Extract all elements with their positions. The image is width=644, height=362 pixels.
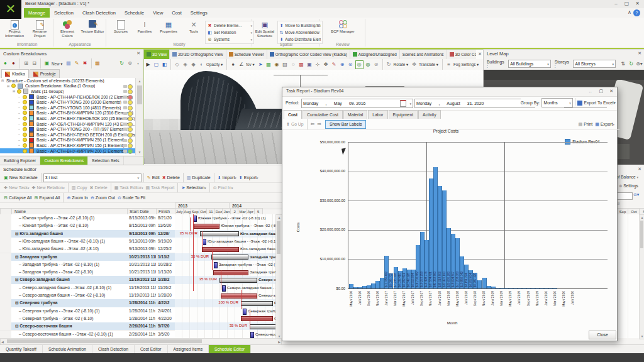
close-view-icon[interactable]: ✕ (478, 52, 482, 57)
element-colors-button[interactable]: Element Colors (55, 20, 80, 41)
cost-bar[interactable] (433, 167, 438, 288)
breakdown-tab-prostoje[interactable]: Prostoje (30, 69, 60, 78)
project-information-button[interactable]: i Project Information (2, 20, 27, 41)
dialog-maximize-icon[interactable]: ▢ (599, 89, 603, 94)
close-dialog-button[interactable]: Close (589, 331, 616, 339)
move-to-building-storey-button[interactable]: ⬆Move to Building/Storey (279, 22, 321, 29)
delete-breakdown-button[interactable]: ✖ (82, 60, 89, 67)
background-button[interactable]: ▦ (265, 61, 272, 69)
pivot-button[interactable]: ⊹ (314, 61, 321, 69)
delete-task-button[interactable]: ✖Delete (90, 185, 108, 190)
view-tab-assigned-unassigned[interactable]: Assigned/Unassigned (350, 50, 400, 59)
tree-item[interactable]: –Basic - АР-СТН-YTONG 100 (4811 Elements… (0, 105, 136, 111)
tree-item[interactable]: –Basic - АР-СТН-ВНУ-КИРПИЧ 200 (2 Elemen… (0, 148, 136, 154)
tree-item[interactable]: ⊟Walls (11 Groups) (0, 89, 136, 94)
task-finish-cell[interactable]: 11/26/2 (156, 284, 175, 292)
families-button[interactable]: I Families (132, 20, 157, 41)
task-finish-cell[interactable]: 3/5/20 (156, 331, 175, 339)
expand-tree-button[interactable]: ⊞ (23, 60, 30, 67)
new-relation-button[interactable]: ✚New Relation ▾ (32, 185, 65, 190)
task-name-cell[interactable]: – Юго-западная башня - -Этаж -02 (-8.10) (11, 245, 133, 253)
task-finish-cell[interactable]: 1/28/20 (156, 292, 175, 300)
new-schedule-button[interactable]: ▣New Schedule (4, 175, 38, 180)
task-finish-cell[interactable]: 12/25/2 (156, 245, 175, 253)
cost-bar[interactable] (375, 281, 380, 288)
task-start-cell[interactable]: 8/15/2013 09h (127, 222, 157, 230)
task-finish-cell[interactable]: 1/13/2 (156, 253, 175, 261)
task-start-cell[interactable]: 11/19/2013 11h (127, 276, 157, 284)
export-report-button[interactable]: ▦Export ▾ (595, 122, 614, 127)
ribbon-tab-manage[interactable]: Manage (24, 8, 50, 18)
refresh-icon[interactable]: ↻ (118, 60, 125, 67)
task-start-cell[interactable]: 9/13/2013 09h (127, 245, 157, 253)
expand-collapse-icon[interactable]: ⊟ (1, 79, 5, 82)
find-icon[interactable]: ⊙▾ (633, 192, 639, 197)
minimize-button[interactable]: – (611, 0, 621, 8)
cost-bar[interactable] (548, 288, 553, 288)
task-report-button[interactable]: ▤Task Report (145, 185, 174, 190)
forward-icon[interactable]: ➡ (317, 121, 321, 127)
group-by-select[interactable]: Months∨ (541, 98, 573, 107)
gantt-milestone-bar[interactable] (214, 262, 218, 268)
task-name-cell[interactable]: – Южная трибуна - -Этаж -02 (-8.10) (11, 222, 133, 230)
tools-button[interactable]: ✕ Tools (181, 20, 206, 41)
report-tab-material[interactable]: Material (343, 110, 367, 119)
expand-all-button[interactable]: ⊞Expand All (34, 195, 60, 200)
cost-bar[interactable] (509, 288, 513, 288)
map-settings-icon[interactable]: ⊛▾ (636, 60, 643, 68)
expand-collapse-icon[interactable]: ⊟ (13, 89, 16, 93)
tree-item[interactable]: –Basic - АР-СТН-YTONG 200 - ПП (997 Elem… (0, 126, 136, 132)
ribbon-tab-settings[interactable]: Settings (186, 8, 212, 18)
dialog-title-bar[interactable]: Task Report - Stadium Rev04 ‥ ▢ ✕ (282, 87, 617, 97)
gantt-task-bar[interactable] (221, 293, 257, 299)
task-name-cell[interactable]: – Северо-западная башня - -Этаж -02 (-8.… (11, 284, 133, 292)
task-finish-cell[interactable]: 9/19/20 (156, 238, 175, 246)
report-tab-labor[interactable]: Labor (368, 110, 387, 119)
task-start-cell[interactable]: 10/21/2013 11h (127, 261, 157, 269)
task-finish-cell[interactable]: 12/26/ (156, 230, 175, 238)
tree-item[interactable]: –Basic - АР-СТН-ВНУ-КИРПИЧ 250 (1 Elemen… (0, 138, 136, 143)
task-name-cell[interactable]: – Западная трибуна - -Этаж -02 (-8.10) (… (11, 261, 133, 269)
bottom-tab-cost-editor[interactable]: Cost Editor (135, 345, 168, 354)
edit-spatial-structure-button[interactable]: ▣ Edit Spatial Structure (253, 20, 276, 41)
cost-bar[interactable] (358, 287, 362, 288)
collapse-all-button[interactable]: ⊟Collapse All (4, 195, 31, 200)
gantt-summary-bar[interactable] (200, 231, 239, 236)
show-all-button[interactable]: ◆ (190, 61, 197, 69)
tree-item[interactable]: –Basic - АР-СТН-YTONG 200 (2030 Elements… (0, 99, 136, 105)
cost-bar[interactable] (353, 287, 358, 288)
paint-select-button[interactable]: ◧ (161, 61, 168, 69)
cost-bar[interactable] (482, 278, 487, 288)
first-person-button[interactable]: ➤ (257, 61, 264, 69)
task-start-cell[interactable]: 2/26/2014 11h (127, 322, 157, 331)
gantt-task-bar[interactable] (202, 247, 239, 252)
task-start-cell[interactable]: 8/15/2013 09h (127, 214, 157, 222)
cost-bar[interactable] (553, 288, 557, 288)
task-name-cell[interactable]: – Северо-восточная башня - -Этаж -02 (-8… (11, 331, 133, 339)
isolate-button[interactable]: ◇ (174, 61, 180, 69)
move-above-below-storey-button[interactable]: ⇅Move Above/Below Storey (279, 29, 321, 36)
ribbon-tab-cost[interactable]: Cost (167, 8, 186, 18)
task-name-cell[interactable]: ⊟ Северо-западная башня (11, 276, 130, 284)
cost-bar[interactable] (544, 288, 548, 288)
view-tab-3d-color-coded[interactable]: 3D Color Coded (447, 50, 477, 59)
cost-bar[interactable] (380, 278, 384, 288)
gear-icon[interactable]: ⊛ (126, 60, 133, 67)
dialog-pin-icon[interactable]: ‥ (589, 89, 592, 94)
bottom-tab-schedule-editor[interactable]: Schedule Editor (209, 345, 251, 354)
hidden-elements-button[interactable]: ● (10, 60, 17, 67)
hide-button[interactable]: ◈ (182, 61, 189, 69)
cost-bar[interactable] (531, 288, 535, 288)
ribbon-tab-schedule[interactable]: Schedule (120, 8, 148, 18)
go-up-button[interactable]: ⬆Go Up (286, 122, 304, 127)
task-name-cell[interactable]: – Западная трибуна - -Этаж -02 (-8.10) (11, 268, 133, 277)
selection-button[interactable]: ➤Selection ▾ (181, 185, 206, 190)
show-bar-labels-button[interactable]: Show Bar Labels (325, 120, 366, 129)
refresh-map-icon[interactable]: ↻ (628, 60, 635, 68)
globe-button[interactable]: ◍ (365, 61, 372, 69)
search-button[interactable]: ⊘ (373, 61, 380, 69)
fov-angle-button[interactable]: ∠fov ▾ (238, 61, 255, 69)
find-in-button[interactable]: ⊙Find In ▾ (213, 185, 233, 190)
color-mode-button[interactable]: ▩ (298, 61, 305, 69)
storeys-select[interactable]: All Storeys▾ (573, 60, 616, 68)
